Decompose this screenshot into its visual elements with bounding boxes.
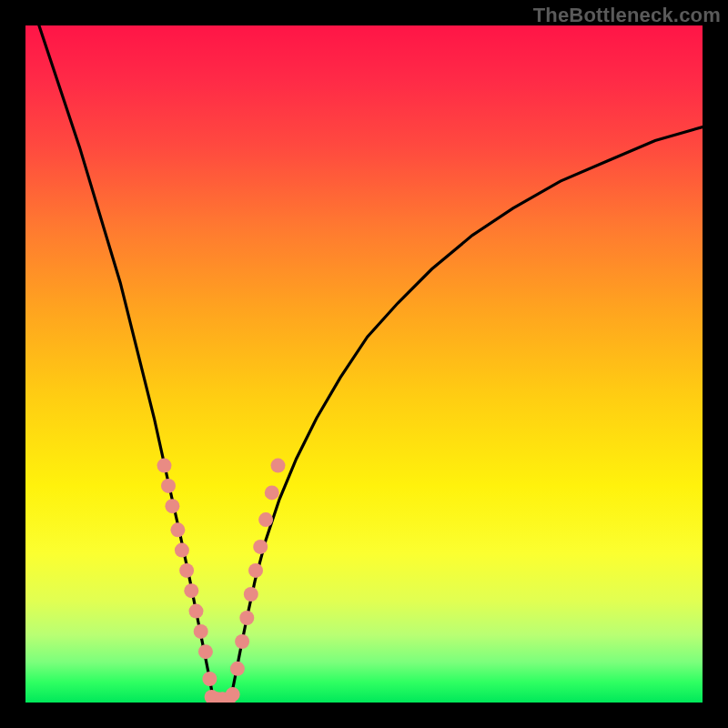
left-dot-cluster	[157, 459, 217, 686]
data-dot	[157, 459, 172, 473]
data-dot	[226, 687, 240, 702]
data-dot	[239, 611, 254, 625]
data-dot	[258, 512, 273, 527]
data-dot	[265, 485, 279, 500]
chart-svg	[25, 25, 703, 703]
data-dot	[253, 540, 268, 554]
data-dot	[184, 583, 198, 598]
data-dot	[165, 499, 179, 513]
data-dot	[194, 624, 208, 639]
data-dot	[244, 587, 258, 602]
data-dot	[248, 563, 263, 578]
right-dot-cluster	[230, 459, 286, 676]
data-dot	[175, 543, 189, 558]
right-curve-path	[230, 127, 703, 703]
data-dot	[161, 479, 176, 493]
data-dot	[230, 662, 245, 676]
data-dot	[235, 634, 249, 649]
watermark-text: TheBottleneck.com	[533, 4, 721, 27]
plot-area	[25, 25, 703, 703]
data-dot	[198, 644, 213, 659]
chart-frame: TheBottleneck.com	[0, 0, 728, 728]
data-dot	[179, 563, 194, 578]
data-dot	[271, 459, 286, 473]
bottom-dot-cluster	[205, 687, 240, 703]
data-dot	[189, 604, 204, 619]
data-dot	[202, 672, 217, 686]
left-curve-path	[39, 25, 214, 703]
data-dot	[170, 522, 185, 537]
